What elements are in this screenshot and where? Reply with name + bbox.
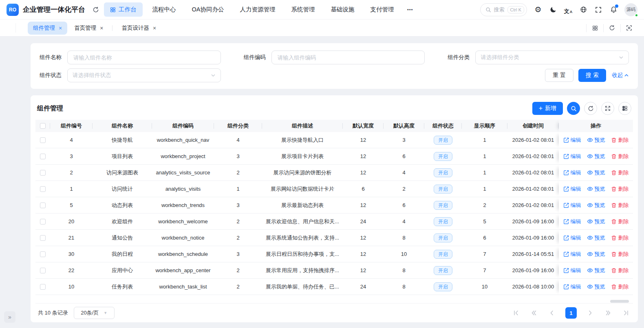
- delete-button[interactable]: 删除: [611, 283, 629, 291]
- edit-button[interactable]: 编辑: [563, 169, 581, 176]
- preview-button[interactable]: 预览: [587, 234, 605, 242]
- preview-label: 预览: [595, 202, 605, 209]
- next-group-button[interactable]: [604, 308, 613, 317]
- global-search-input[interactable]: 搜索 Ctrl K: [480, 3, 527, 16]
- collapse-link[interactable]: 收起: [612, 72, 629, 79]
- fullscreen-content-icon[interactable]: [620, 24, 637, 32]
- dark-mode-icon[interactable]: [549, 6, 557, 14]
- edit-button[interactable]: 编辑: [563, 283, 581, 291]
- add-button[interactable]: + 新增: [532, 102, 563, 115]
- refresh-table-button[interactable]: [584, 102, 597, 115]
- delete-button[interactable]: 删除: [611, 267, 629, 274]
- edit-button[interactable]: 编辑: [563, 251, 581, 258]
- row-checkbox[interactable]: [40, 251, 46, 257]
- settings-icon[interactable]: ⚙: [534, 6, 542, 14]
- component-name-input[interactable]: [73, 54, 216, 61]
- edit-button[interactable]: 编辑: [563, 218, 581, 225]
- row-checkbox[interactable]: [40, 235, 46, 241]
- row-checkbox[interactable]: [40, 219, 46, 225]
- edit-button[interactable]: 编辑: [563, 267, 581, 274]
- tab-2[interactable]: 首页设计器×: [116, 22, 161, 35]
- delete-button[interactable]: 删除: [611, 251, 629, 258]
- delete-button[interactable]: 删除: [611, 202, 629, 209]
- preview-button[interactable]: 预览: [587, 136, 605, 144]
- nav-item-3[interactable]: 人力资源管理: [234, 2, 281, 17]
- refresh-icon[interactable]: [91, 5, 101, 15]
- row-checkbox[interactable]: [40, 186, 46, 192]
- sidebar-expand-button[interactable]: »: [4, 311, 15, 323]
- translate-icon[interactable]: 文A: [564, 6, 572, 14]
- column-settings-button[interactable]: [618, 102, 631, 115]
- edit-label: 编辑: [571, 251, 581, 258]
- filter-field-status: 组件状态 请选择组件状态: [40, 68, 221, 82]
- delete-button[interactable]: 删除: [611, 136, 629, 144]
- preview-button[interactable]: 预览: [587, 202, 605, 209]
- expand-table-button[interactable]: [601, 102, 614, 115]
- row-checkbox[interactable]: [40, 203, 46, 208]
- row-checkbox[interactable]: [40, 284, 46, 290]
- preview-button[interactable]: 预览: [587, 218, 605, 225]
- tab-0[interactable]: 组件管理×: [28, 22, 67, 35]
- fullscreen-icon[interactable]: [594, 6, 602, 14]
- delete-button[interactable]: 删除: [611, 218, 629, 225]
- current-page-button[interactable]: 1: [565, 307, 577, 319]
- last-page-button[interactable]: [622, 308, 631, 317]
- row-checkbox[interactable]: [40, 268, 46, 273]
- close-icon[interactable]: ×: [100, 25, 103, 31]
- row-checkbox[interactable]: [40, 170, 46, 176]
- delete-button[interactable]: 删除: [611, 234, 629, 242]
- notifications-icon[interactable]: [609, 6, 618, 14]
- delete-button[interactable]: 删除: [611, 169, 629, 176]
- prev-group-button[interactable]: [529, 308, 538, 317]
- edit-button[interactable]: 编辑: [563, 136, 581, 144]
- preview-button[interactable]: 预览: [587, 153, 605, 160]
- preview-button[interactable]: 预览: [587, 185, 605, 193]
- status-badge: 开启: [434, 217, 452, 226]
- nav-item-4[interactable]: 系统管理: [285, 2, 321, 17]
- nav-item-0[interactable]: 工作台: [104, 2, 143, 17]
- component-category-select[interactable]: 请选择组件分类: [475, 51, 629, 64]
- tab-1[interactable]: 首页管理×: [69, 22, 108, 35]
- preview-button[interactable]: 预览: [587, 267, 605, 274]
- table-toolbar: 组件管理 + 新增: [35, 101, 633, 120]
- app-logo[interactable]: RO: [7, 4, 19, 16]
- row-checkbox[interactable]: [40, 137, 46, 143]
- cell-height: 3: [384, 132, 424, 148]
- globe-icon[interactable]: [579, 6, 587, 14]
- grid-view-icon[interactable]: [586, 24, 603, 32]
- component-code-input[interactable]: [277, 54, 420, 61]
- component-status-select[interactable]: 请选择组件状态: [67, 68, 221, 82]
- page-size-select[interactable]: 20条/页 ▼: [74, 307, 115, 319]
- delete-label: 删除: [618, 251, 629, 258]
- nav-item-2[interactable]: OA协同办公: [186, 2, 230, 17]
- next-page-button[interactable]: [586, 308, 595, 317]
- nav-item-6[interactable]: 支付管理: [364, 2, 400, 17]
- preview-button[interactable]: 预览: [587, 283, 605, 291]
- edit-button[interactable]: 编辑: [563, 234, 581, 242]
- first-page-button[interactable]: [512, 308, 520, 317]
- prev-page-button[interactable]: [547, 308, 556, 317]
- avatar[interactable]: 源码: [624, 3, 637, 16]
- preview-button[interactable]: 预览: [587, 169, 605, 176]
- delete-button[interactable]: 删除: [611, 185, 629, 193]
- column-header-5: 默认宽度: [343, 120, 384, 132]
- scrollbar-thumb[interactable]: [610, 300, 629, 303]
- edit-button[interactable]: 编辑: [563, 185, 581, 193]
- reset-button[interactable]: 重 置: [545, 69, 573, 82]
- nav-item-1[interactable]: 流程中心: [146, 2, 182, 17]
- close-icon[interactable]: ×: [59, 25, 62, 31]
- edit-button[interactable]: 编辑: [563, 153, 581, 160]
- edit-button[interactable]: 编辑: [563, 202, 581, 209]
- nav-item-5[interactable]: 基础设施: [324, 2, 360, 17]
- row-checkbox[interactable]: [40, 154, 46, 159]
- toggle-search-button[interactable]: [567, 102, 580, 115]
- delete-button[interactable]: 删除: [611, 153, 629, 160]
- nav-more-button[interactable]: ⋯: [404, 3, 417, 16]
- refresh-tab-icon[interactable]: [603, 24, 620, 32]
- cell-category: 4: [214, 132, 262, 148]
- select-all-checkbox[interactable]: [40, 123, 46, 129]
- preview-button[interactable]: 预览: [587, 251, 605, 258]
- close-icon[interactable]: ×: [153, 25, 156, 31]
- search-button[interactable]: 搜 索: [578, 69, 606, 82]
- cell-order: 10: [462, 279, 507, 295]
